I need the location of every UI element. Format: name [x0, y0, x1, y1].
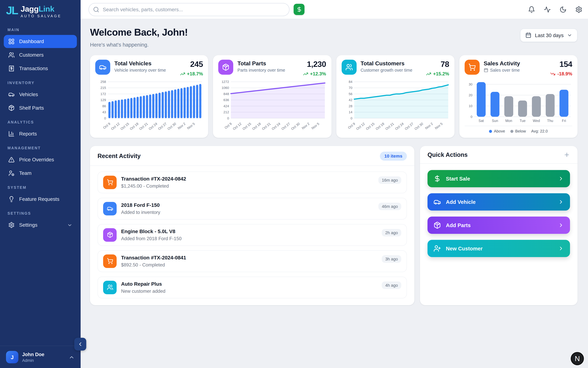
quick-action-new-customer[interactable]: New Customer	[428, 240, 570, 257]
activity-item[interactable]: Transaction #TX-2024-0842 $1,245.00 - Co…	[98, 172, 407, 193]
sidebar-item-feature-requests[interactable]: Feature Requests	[4, 193, 77, 206]
svg-text:215: 215	[100, 86, 106, 90]
svg-text:Oct 18: Oct 18	[252, 122, 262, 130]
sidebar-item-vehicles[interactable]: Vehicles	[4, 88, 77, 101]
svg-text:Oct 24: Oct 24	[271, 122, 281, 130]
date-range-label: Last 30 days	[535, 32, 563, 38]
svg-text:Oct 21: Oct 21	[384, 122, 394, 130]
chevron-down-icon[interactable]	[67, 222, 72, 228]
trend-up-icon	[180, 71, 185, 77]
quick-action-add-vehicle[interactable]: Add Vehicle	[428, 193, 570, 211]
gear-icon	[8, 222, 15, 228]
search-icon	[93, 6, 99, 12]
sidebar-item-label: Reports	[19, 131, 37, 137]
activity-item[interactable]: Transaction #TX-2024-0841 $892.50 - Comp…	[98, 250, 407, 272]
sidebar-section-main: MAIN	[0, 23, 80, 35]
sidebar-item-dashboard[interactable]: Dashboard	[4, 35, 77, 48]
svg-text:Oct 30: Oct 30	[414, 122, 424, 130]
sidebar-item-label: Customers	[19, 52, 44, 58]
stat-chart-customers: 0142842567084Oct 9Oct 12Oct 15Oct 18Oct …	[341, 80, 449, 130]
brand-logo[interactable]: JL JaggLink AUTO SALVAGE	[0, 0, 80, 20]
quick-action-add-parts[interactable]: Add Parts	[428, 216, 570, 234]
stat-card-total-customers: Total Customers Customer growth over tim…	[336, 55, 454, 138]
notifications-bell-icon[interactable]	[528, 6, 535, 13]
chevron-up-icon[interactable]	[69, 354, 75, 360]
stat-chart-parts: 021242463684810601272Oct 9Oct 12Oct 15Oc…	[218, 80, 326, 130]
sidebar-item-price-overrides[interactable]: Price Overrides	[4, 153, 77, 166]
sidebar-item-shelf-parts[interactable]: Shelf Parts	[4, 101, 77, 114]
sidebar-item-settings[interactable]: Settings	[4, 218, 77, 231]
sidebar-section-system: SYSTEM	[0, 180, 80, 192]
svg-text:172: 172	[100, 92, 106, 96]
stat-card-total-parts: Total Parts Parts inventory over time 1,…	[213, 55, 331, 138]
search-wrap	[89, 3, 289, 16]
svg-text:Oct 27: Oct 27	[157, 122, 167, 130]
box-icon	[8, 105, 15, 111]
settings-gear-icon[interactable]	[575, 6, 582, 13]
activity-pulse-icon[interactable]	[544, 6, 551, 13]
svg-text:14: 14	[348, 110, 352, 114]
sidebar-item-reports[interactable]: Reports	[4, 127, 77, 140]
stat-subtitle: Vehicle inventory over time	[114, 68, 166, 72]
svg-text:Nov 2: Nov 2	[177, 122, 186, 130]
svg-text:Oct 15: Oct 15	[365, 122, 375, 130]
activity-subtitle: $1,245.00 - Completed	[121, 184, 186, 189]
sidebar-item-label: Dashboard	[19, 39, 44, 44]
brand-tagline: AUTO SALVAGE	[21, 14, 61, 18]
topbar	[80, 0, 588, 19]
sidebar-item-label: Price Overrides	[19, 157, 54, 163]
activity-item[interactable]: Auto Repair Plus New customer added 4h a…	[98, 276, 407, 298]
sidebar-item-team[interactable]: Team	[4, 167, 77, 180]
svg-text:43: 43	[102, 110, 106, 114]
car-icon	[107, 205, 113, 212]
quick-actions-list: Start Sale Add Vehicle Add Parts New Cus…	[420, 164, 578, 263]
sidebar-item-label: Shelf Parts	[19, 105, 44, 111]
svg-text:0: 0	[227, 116, 229, 120]
sidebar-item-label: Feature Requests	[19, 196, 59, 202]
items-count-badge: 10 items	[380, 152, 407, 161]
sidebar-item-label: Transactions	[19, 66, 48, 71]
user-cog-icon	[8, 170, 15, 176]
sidebar: JL JaggLink AUTO SALVAGE MAINDashboardCu…	[0, 0, 80, 368]
activity-item[interactable]: Engine Block - 5.0L V8 Added from 2018 F…	[98, 224, 407, 246]
svg-text:Oct 9: Oct 9	[347, 122, 356, 130]
add-quick-action-button[interactable]	[564, 152, 570, 158]
svg-text:Oct 27: Oct 27	[281, 122, 291, 130]
stat-title: Total Customers	[361, 60, 412, 66]
activity-item[interactable]: 2018 Ford F-150 Added to inventory 46m a…	[98, 198, 407, 220]
stat-delta: +15.2%	[426, 71, 449, 77]
svg-text:Fri: Fri	[562, 119, 566, 123]
quick-actions-title: Quick Actions	[428, 152, 468, 158]
dev-overlay-button[interactable]: N	[571, 352, 584, 365]
svg-text:Wed: Wed	[533, 119, 540, 123]
date-range-button[interactable]: Last 30 days	[520, 28, 578, 42]
grid-icon	[8, 38, 15, 45]
activity-timestamp: 16m ago	[378, 176, 401, 184]
stat-value: 154	[550, 60, 572, 69]
svg-text:1272: 1272	[222, 80, 229, 84]
stat-subtitle: Customer growth over time	[361, 68, 412, 72]
activity-timestamp: 46m ago	[378, 203, 401, 210]
stat-title: Sales Activity	[484, 60, 520, 66]
user-menu[interactable]: J John Doe Admin	[0, 346, 80, 368]
quick-action-label: New Customer	[446, 245, 483, 251]
dark-mode-moon-icon[interactable]	[560, 6, 567, 13]
svg-text:1060: 1060	[222, 86, 229, 90]
sidebar-item-transactions[interactable]: Transactions	[4, 62, 77, 75]
sidebar-item-customers[interactable]: Customers	[4, 48, 77, 61]
dollar-icon	[296, 6, 302, 12]
sidebar-section-analytics: ANALYTICS	[0, 115, 80, 127]
brand-name: JaggLink	[21, 5, 61, 13]
quick-sale-button[interactable]	[294, 4, 304, 15]
stat-delta: -18.9%	[550, 71, 572, 77]
svg-text:Nov 5: Nov 5	[187, 122, 196, 130]
svg-text:0: 0	[471, 115, 472, 119]
sidebar-nav: MAINDashboardCustomersTransactionsINVENT…	[0, 20, 80, 232]
quick-action-start-sale[interactable]: Start Sale	[428, 170, 570, 187]
avatar: J	[6, 351, 18, 363]
svg-text:Oct 12: Oct 12	[355, 122, 365, 130]
trend-down-icon	[550, 71, 556, 77]
topbar-icons	[528, 6, 582, 13]
search-input[interactable]	[89, 3, 289, 16]
main-area: Welcome Back, John! Here's what's happen…	[80, 0, 588, 368]
